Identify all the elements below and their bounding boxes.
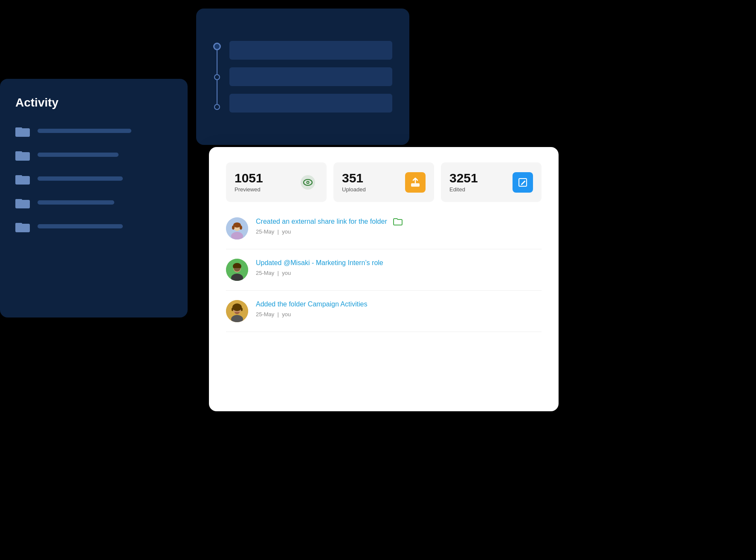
edit-icon	[513, 172, 533, 193]
folder-bar-2	[38, 153, 119, 157]
stat-text-previewed: 1051 Previewed	[235, 172, 263, 193]
stat-card-uploaded: 351 Uploaded	[333, 162, 434, 202]
folder-bar-3	[38, 176, 123, 181]
stat-text-edited: 3251 Edited	[449, 172, 478, 193]
activity-content-2: Updated @Misaki - Marketing Intern’s rol…	[256, 259, 383, 276]
stat-text-uploaded: 351 Uploaded	[342, 172, 366, 193]
timeline-row-2	[229, 67, 392, 86]
eye-icon	[298, 172, 318, 193]
activity-sidebar-title: Activity	[15, 96, 172, 110]
stat-number-previewed: 1051	[235, 172, 263, 185]
timeline-card	[196, 9, 409, 145]
activity-item-2: Updated @Misaki - Marketing Intern’s rol…	[226, 249, 542, 291]
folder-item-3	[15, 173, 172, 185]
stat-card-edited: 3251 Edited	[441, 162, 542, 202]
scene: Activity	[0, 0, 756, 560]
folder-icon-3	[15, 173, 30, 185]
svg-point-13	[307, 182, 309, 183]
avatar-1	[226, 217, 248, 240]
folder-bar-1	[38, 129, 131, 133]
folder-bar-4	[38, 200, 114, 205]
folder-icon-5	[15, 220, 30, 232]
svg-rect-15	[411, 183, 420, 187]
timeline-line	[213, 41, 221, 113]
folder-item-1	[15, 125, 172, 137]
upload-icon	[405, 172, 426, 193]
activity-meta-1: 25-May | you	[256, 228, 403, 235]
timeline-connector-2	[217, 80, 217, 104]
activity-item-1: Created an external share link for the f…	[226, 217, 542, 249]
timeline-dot-1	[213, 43, 221, 50]
timeline-dot-3	[214, 104, 220, 110]
timeline-row-3	[229, 94, 392, 113]
folder-icon-2	[15, 149, 30, 161]
stat-label-previewed: Previewed	[235, 186, 263, 193]
activity-link-1[interactable]: Created an external share link for the f…	[256, 217, 403, 226]
activity-content-1: Created an external share link for the f…	[256, 217, 403, 235]
folder-icon-1	[15, 125, 30, 137]
activity-link-3[interactable]: Added the folder Campaign Activities	[256, 300, 367, 309]
timeline-dot-2	[214, 74, 220, 80]
folder-item-5	[15, 220, 172, 232]
activity-sidebar-card: Activity	[0, 79, 188, 318]
activity-meta-2: 25-May | you	[256, 270, 383, 276]
avatar-2	[226, 259, 248, 281]
folder-bar-5	[38, 224, 123, 228]
stat-label-uploaded: Uploaded	[342, 186, 366, 193]
timeline-row-1	[229, 41, 392, 60]
svg-point-23	[240, 225, 242, 230]
activity-list: Created an external share link for the f…	[226, 217, 542, 332]
timeline-rows	[229, 41, 392, 113]
folder-item-2	[15, 149, 172, 161]
svg-rect-3	[15, 151, 22, 154]
folder-link-icon	[393, 218, 403, 225]
stat-number-edited: 3251	[449, 172, 478, 185]
stat-number-uploaded: 351	[342, 172, 366, 185]
activity-meta-3: 25-May | you	[256, 311, 367, 318]
svg-rect-5	[15, 175, 22, 178]
stat-card-previewed: 1051 Previewed	[226, 162, 327, 202]
svg-rect-9	[15, 223, 22, 225]
activity-content-3: Added the folder Campaign Activities 25-…	[256, 300, 367, 318]
activity-item-3: Added the folder Campaign Activities 25-…	[226, 291, 542, 332]
stat-label-edited: Edited	[449, 186, 478, 193]
folder-item-4	[15, 196, 172, 208]
folder-icon-4	[15, 196, 30, 208]
main-panel: 1051 Previewed 351 Uploaded	[209, 147, 559, 411]
svg-point-33	[241, 308, 243, 311]
timeline-connector-1	[217, 50, 217, 74]
avatar-3	[226, 300, 248, 322]
activity-link-2[interactable]: Updated @Misaki - Marketing Intern’s rol…	[256, 259, 383, 268]
stats-row: 1051 Previewed 351 Uploaded	[226, 162, 542, 202]
svg-point-22	[232, 225, 235, 230]
svg-point-31	[232, 303, 242, 311]
svg-rect-1	[15, 127, 22, 130]
svg-point-32	[232, 308, 233, 311]
svg-rect-7	[15, 199, 22, 202]
